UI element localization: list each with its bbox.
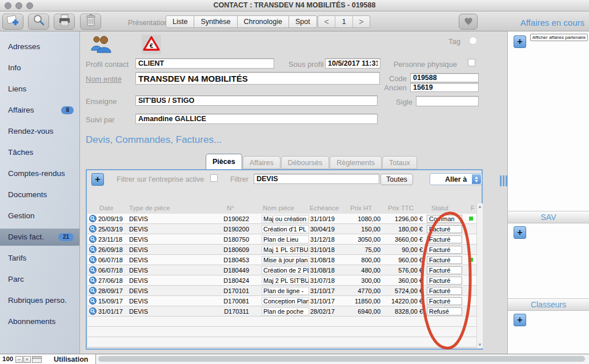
add-piece-button[interactable]: + xyxy=(91,173,104,186)
cell-numero: D190200 xyxy=(190,226,249,233)
filter-input[interactable] xyxy=(254,174,379,184)
column-header-type-de-piece[interactable]: Type de pièce xyxy=(129,205,170,211)
zoom-in-button[interactable]: + xyxy=(23,356,31,363)
filter-enterprise-checkbox[interactable] xyxy=(210,174,218,182)
afficher-affaires-partenaire-button[interactable]: Afficher affaires partenaire xyxy=(530,34,588,41)
sidebar-item-rendez-vous[interactable]: Rendez-vous xyxy=(0,121,79,142)
dropdown-stepper-icon[interactable] xyxy=(472,174,481,184)
open-piece-magnifier-icon[interactable] xyxy=(89,246,97,254)
table-scrollbar[interactable]: ▲ ▼ xyxy=(476,203,483,348)
sidebar-item-label: Rendez-vous xyxy=(8,127,54,135)
tab-reglements[interactable]: Règlements xyxy=(330,156,382,169)
sidebar-item-tarifs[interactable]: Tarifs xyxy=(0,247,79,269)
sidebar-item-comptes-rendus[interactable]: Comptes-rendus xyxy=(0,163,79,184)
tab-totaux[interactable]: Totaux xyxy=(382,156,417,169)
personne-physique-checkbox[interactable] xyxy=(468,59,475,66)
scroll-up-icon[interactable]: ▲ xyxy=(477,204,483,209)
open-piece-magnifier-icon[interactable] xyxy=(89,215,97,223)
table-row[interactable]: 28/09/17DEVISD170101Plan de ligne -31/10… xyxy=(87,286,476,296)
table-row[interactable]: 06/07/18DEVISD180449Création de 2 PL31/0… xyxy=(87,265,476,275)
panel-drag-handle[interactable] xyxy=(500,175,507,186)
tab-pieces[interactable]: Pièces xyxy=(206,154,242,169)
nom-entite-input[interactable] xyxy=(135,72,380,85)
add-affaire-button[interactable]: + xyxy=(514,35,526,48)
view-segment-spot[interactable]: Spot xyxy=(289,15,317,28)
tag-indicator[interactable] xyxy=(469,37,477,45)
column-header-prix-ttc[interactable]: Prix TTC xyxy=(388,205,414,211)
sidebar-item-gestion[interactable]: Gestion xyxy=(0,205,79,226)
sidebar-item-info[interactable]: Info xyxy=(0,57,79,78)
horizontal-scrollbar-thumb[interactable] xyxy=(98,356,585,362)
record-number: 1 xyxy=(335,16,352,27)
sous-profil-input[interactable] xyxy=(325,58,380,69)
table-row[interactable]: 06/07/18DEVISD180453Mise à jour plan31/0… xyxy=(87,255,476,265)
suivi-par-input[interactable] xyxy=(135,114,378,124)
toutes-button[interactable]: Toutes xyxy=(380,174,413,185)
search-button[interactable] xyxy=(28,14,49,30)
open-piece-magnifier-icon[interactable] xyxy=(89,256,97,265)
table-row[interactable]: 26/09/18DEVISD180609Maj 1 PL SITBUS-31/1… xyxy=(87,245,476,255)
sidebar-item-rubriques-perso[interactable]: Rubriques perso. xyxy=(0,290,79,311)
sigle-input[interactable] xyxy=(416,96,479,106)
column-header-statut[interactable]: Statut xyxy=(431,205,448,211)
open-piece-magnifier-icon[interactable] xyxy=(89,307,97,316)
sidebar-item-devis-fact[interactable]: Devis fact.21 xyxy=(0,229,79,246)
cell-numero: D190622 xyxy=(190,215,249,222)
sidebar-item-taches[interactable]: Tâches xyxy=(0,142,79,163)
tab-debourses[interactable]: Déboursés xyxy=(281,156,329,169)
favorite-button[interactable] xyxy=(459,14,478,30)
print-button[interactable] xyxy=(54,14,75,30)
column-header-n[interactable]: N° xyxy=(227,205,234,211)
pieces-tabbar: PiècesAffairesDéboursésRèglementsTotaux xyxy=(206,154,418,169)
scroll-down-icon[interactable]: ▼ xyxy=(477,342,483,347)
table-row[interactable]: 25/03/19DEVISD190200Création d'1 PL30/04… xyxy=(87,224,476,234)
code-input[interactable] xyxy=(410,73,479,82)
enseigne-input[interactable] xyxy=(135,95,378,106)
sidebar-item-label: Rubriques perso. xyxy=(8,296,67,305)
cell-nom: Mise à jour plan xyxy=(262,256,309,264)
sidebar-item-affaires[interactable]: Affaires8 xyxy=(0,99,79,121)
cell-echeance: 31/07/18 xyxy=(310,277,335,284)
tab-affaires[interactable]: Affaires xyxy=(243,156,281,169)
table-row[interactable]: 27/06/18DEVISD180424Maj 2 PL SIT'BUS31/0… xyxy=(87,275,476,286)
cell-nom: Maj ou création de xyxy=(262,215,309,223)
sidebar-item-adresses[interactable]: Adresses xyxy=(0,36,79,57)
table-row[interactable]: 15/09/17DEVISD170081Conception Plan31/10… xyxy=(87,296,476,306)
sidebar-item-abonnements[interactable]: Abonnements xyxy=(0,311,79,332)
open-piece-magnifier-icon[interactable] xyxy=(89,297,97,306)
printer-icon xyxy=(58,14,71,30)
profil-contact-label: Profil contact xyxy=(86,60,129,69)
delete-button[interactable] xyxy=(80,14,101,30)
open-piece-magnifier-icon[interactable] xyxy=(89,235,97,244)
utilisation-tab[interactable]: Utilisation xyxy=(54,355,88,363)
profil-contact-input[interactable] xyxy=(135,58,274,69)
open-piece-magnifier-icon[interactable] xyxy=(89,277,97,285)
view-segment-chronologie[interactable]: Chronologie xyxy=(237,15,289,28)
sidebar-item-parc[interactable]: Parc xyxy=(0,269,79,290)
new-contact-button[interactable] xyxy=(2,14,23,30)
aller-a-dropdown[interactable]: Aller à xyxy=(430,173,482,185)
view-segment-liste[interactable]: Liste xyxy=(166,15,194,28)
add-sav-button[interactable]: + xyxy=(514,226,526,239)
sidebar-item-liens[interactable]: Liens xyxy=(0,78,79,99)
table-row[interactable]: 31/01/17DEVISD170311Plan de poche28/02/1… xyxy=(87,306,476,317)
view-segment-synthese[interactable]: Synthèse xyxy=(194,15,237,28)
column-header-f[interactable]: F xyxy=(471,205,475,211)
zoom-out-button[interactable]: − xyxy=(15,356,23,363)
next-record-button[interactable]: > xyxy=(352,16,370,27)
layout-toggle-icon[interactable] xyxy=(32,356,42,363)
column-header-nom-piece[interactable]: Nom pièce xyxy=(263,205,294,211)
column-header-echeance[interactable]: Echéance xyxy=(310,205,339,211)
add-classeur-button[interactable]: + xyxy=(514,314,526,326)
sidebar-item-documents[interactable]: Documents xyxy=(0,184,79,205)
ancien-input[interactable] xyxy=(410,83,479,92)
open-piece-magnifier-icon[interactable] xyxy=(89,225,97,234)
table-row[interactable]: 23/11/18DEVISD180750Plan de Lieu31/12/18… xyxy=(87,234,476,245)
sidebar-item-label: Info xyxy=(8,63,21,72)
open-piece-magnifier-icon[interactable] xyxy=(89,287,97,295)
open-piece-magnifier-icon[interactable] xyxy=(89,266,97,275)
column-header-prix-ht[interactable]: Prix HT xyxy=(350,205,372,211)
previous-record-button[interactable]: < xyxy=(318,16,335,27)
column-header-date[interactable]: Date xyxy=(99,205,113,211)
table-row[interactable]: 20/09/19DEVISD190622Maj ou création de31… xyxy=(87,214,476,224)
